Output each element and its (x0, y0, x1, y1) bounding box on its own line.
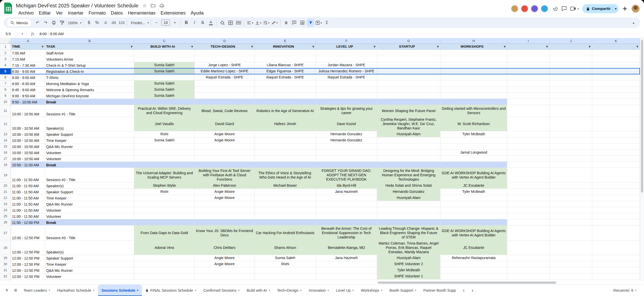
row-header-15[interactable]: 15 (0, 143, 11, 150)
cell-A33[interactable]: 12:00 - 12:50 PM (11, 279, 45, 281)
cloud-status-icon[interactable] (159, 4, 165, 7)
cell-G26[interactable] (377, 219, 440, 225)
cell-K31[interactable] (592, 267, 640, 273)
cell-H2[interactable] (440, 50, 507, 56)
row-header-28[interactable]: 28 (0, 241, 11, 255)
cell-K16[interactable] (592, 150, 640, 156)
sheet-tab-level-up[interactable]: Level Up▾ (332, 285, 357, 296)
filter-views-button[interactable]: ▾ (315, 19, 323, 27)
cell-B33[interactable] (45, 279, 134, 281)
cell-G23[interactable] (377, 201, 440, 207)
menu-ver[interactable]: Ver (53, 10, 65, 16)
zoom-control[interactable]: 100%▾ (66, 19, 81, 27)
cell-C17[interactable] (134, 156, 195, 162)
cell-E24[interactable] (255, 207, 316, 213)
font-family-select[interactable]: Predet...▾ (129, 19, 149, 27)
cell-D20[interactable]: Alex Patterson (195, 183, 255, 189)
cell-E10[interactable] (255, 99, 316, 105)
row-header-3[interactable]: 3 (0, 56, 11, 62)
cell-A13[interactable]: 10:00 - 10:50 AM (11, 131, 45, 137)
cell-C7[interactable]: Sumia Saleh (134, 80, 195, 87)
cell-E12[interactable]: Hafeez Jimoh (255, 117, 316, 131)
cell-I32[interactable] (507, 273, 550, 279)
cell-I33[interactable] (507, 279, 550, 281)
row-header-10[interactable]: 10 (0, 99, 11, 105)
cell-D1[interactable]: TECH+DESIGN (195, 44, 255, 50)
cell-C22[interactable] (134, 195, 195, 201)
row-header-31[interactable]: 31 (0, 267, 11, 273)
cell-H1[interactable]: WORKSHOPS (440, 44, 507, 50)
cell-I4[interactable] (507, 62, 550, 68)
cell-E17[interactable] (255, 156, 316, 162)
cell-B12[interactable]: Speaker(s) (45, 117, 134, 131)
cell-D15[interactable] (195, 143, 255, 150)
cell-K9[interactable] (592, 93, 640, 99)
selection-stats[interactable]: Recuento: 6 ▾ (613, 288, 641, 292)
cell-I8[interactable] (507, 87, 550, 93)
vertical-scrollbar[interactable] (640, 38, 644, 281)
cell-F33[interactable] (316, 279, 377, 281)
cell-K11[interactable] (592, 105, 640, 117)
filter-icon[interactable] (546, 45, 549, 48)
cell-I17[interactable] (507, 156, 550, 162)
cell-B29[interactable]: Speaker Support (45, 255, 134, 261)
cell-D21[interactable]: Angie Moore (195, 189, 255, 195)
cell-A21[interactable]: 11:00 - 11:50 AM (11, 189, 45, 195)
increase-decimal-button[interactable]: .00 (109, 19, 117, 27)
cell-J29[interactable] (550, 255, 592, 261)
insert-chart-button[interactable] (299, 19, 306, 27)
cell-I20[interactable] (507, 183, 550, 189)
cell-I26[interactable] (507, 219, 550, 225)
cell-D23[interactable] (195, 201, 255, 207)
cell-E9[interactable] (255, 93, 316, 99)
row-header-13[interactable]: 13 (0, 131, 11, 137)
cell-E1[interactable]: INNOVATION (255, 44, 316, 50)
cell-K29[interactable] (592, 255, 640, 261)
cell-H30[interactable] (440, 261, 507, 267)
paint-format-button[interactable] (58, 19, 66, 27)
cell-J16[interactable] (550, 150, 592, 156)
filter-icon[interactable] (503, 45, 506, 48)
cell-D25[interactable] (195, 213, 255, 219)
cell-E6[interactable]: Raquel Estrada - SHPE (255, 74, 316, 80)
cell-K1[interactable] (592, 44, 640, 50)
cell-B32[interactable]: Volunteer (45, 273, 134, 279)
cell-K23[interactable] (592, 201, 640, 207)
cell-H28[interactable]: JC Escalante (440, 241, 507, 255)
cell-G12[interactable]: Cynthia Respert, Stephaine Frantz, Jesee… (377, 117, 440, 131)
cell-F6[interactable]: Raquel Estrada - SHPE (316, 74, 377, 80)
cell-B9[interactable]: Michigan DevFest Keynote (45, 93, 134, 99)
cell-I1[interactable] (507, 44, 550, 50)
cell-C6[interactable] (134, 74, 195, 80)
cell-I5[interactable] (507, 68, 550, 74)
collaborator-avatar[interactable] (521, 5, 528, 12)
menu-herramientas[interactable]: Herramientas (125, 10, 158, 16)
cell-I12[interactable] (507, 117, 550, 131)
comments-icon[interactable] (562, 6, 567, 11)
cell-C8[interactable]: Sumia Saleh (134, 87, 195, 93)
cell-C5[interactable]: Sumia Saleh (134, 68, 195, 74)
cell-C12[interactable]: Joel Vasallo (134, 117, 195, 131)
cell-J32[interactable] (550, 273, 592, 279)
row-header-17[interactable]: 17 (0, 156, 11, 162)
cell-K22[interactable] (592, 195, 640, 201)
cell-D29[interactable]: Angie Moore (195, 255, 255, 261)
cell-H10[interactable] (440, 99, 507, 105)
cell-H3[interactable] (440, 56, 507, 62)
cell-F13[interactable]: Hernando Gonzalez (316, 131, 377, 137)
menu-editar[interactable]: Editar (36, 10, 53, 16)
filter-icon[interactable] (636, 45, 639, 48)
row-header-33[interactable]: 33 (0, 279, 11, 281)
text-rotation-button[interactable]: ▾ (271, 19, 278, 27)
cell-F3[interactable] (316, 56, 377, 62)
cell-J31[interactable] (550, 267, 592, 273)
cell-H15[interactable] (440, 143, 507, 150)
cell-F24[interactable] (316, 207, 377, 213)
cell-A18[interactable]: 10:50 - 11:00 AM (11, 162, 45, 168)
cell-C14[interactable]: Sumia Saleh (134, 137, 195, 143)
cell-J10[interactable] (550, 99, 592, 105)
cell-C28[interactable]: Adonai Vera (134, 241, 195, 255)
menu-insertar[interactable]: Insertar (65, 10, 86, 16)
cell-G28[interactable]: Martez Coleman, Trivia Barnes, Angel Por… (377, 241, 440, 255)
cell-C30[interactable] (134, 261, 195, 267)
